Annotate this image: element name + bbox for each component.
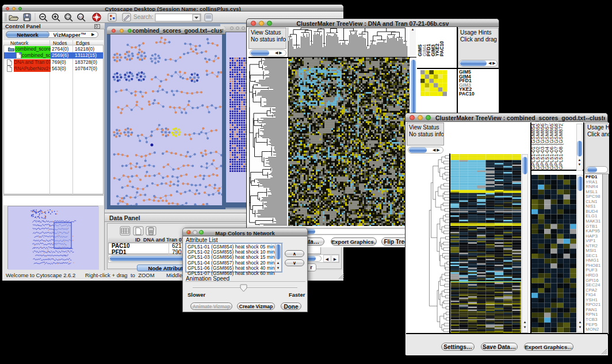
svg-text:GPL51-08 (GSM872): GPL51-08 (GSM872) [558, 123, 564, 170]
svg-text:PAC10: PAC10 [439, 41, 445, 56]
svg-text:Search:: Search: [133, 14, 153, 20]
svg-text:1:1: 1:1 [79, 16, 83, 19]
